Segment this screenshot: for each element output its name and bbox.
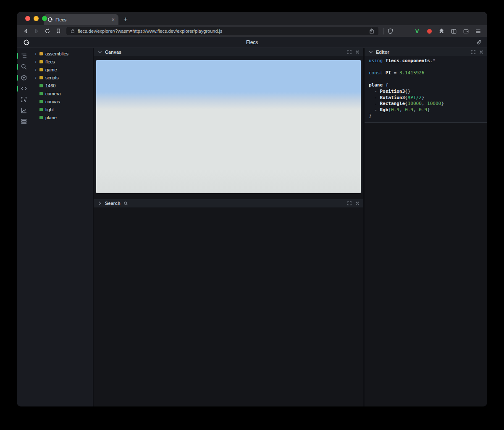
wallet-icon[interactable] <box>462 27 470 35</box>
toolbar-divider <box>383 28 384 34</box>
reload-icon[interactable] <box>43 26 52 36</box>
chevron-down-icon[interactable] <box>368 50 373 55</box>
extensions-puzzle-icon[interactable] <box>437 27 446 35</box>
tree-item-label: camera <box>45 91 61 96</box>
sidebar-toggle-icon[interactable] <box>449 27 458 35</box>
expand-arrow-icon[interactable]: › <box>35 75 39 80</box>
entities-icon[interactable] <box>17 72 31 83</box>
tree-item-plane[interactable]: plane <box>31 113 93 121</box>
tree-item-game[interactable]: ›game <box>31 66 93 73</box>
extensions-area: V <box>413 27 482 35</box>
code-line: const PI = 3.1415926 <box>369 70 483 76</box>
entity-color-square <box>39 52 43 55</box>
share-icon[interactable] <box>369 28 375 34</box>
canvas-3d-viewport[interactable] <box>96 60 361 193</box>
center-column: Canvas Search <box>94 48 363 406</box>
tree-item-label: plane <box>45 115 57 120</box>
tree-item-label: assemblies <box>45 51 68 56</box>
forward-icon[interactable] <box>32 26 41 36</box>
entity-color-square <box>39 100 43 103</box>
entity-tree: ›assemblies›flecs›game›scripts1460camera… <box>31 48 93 406</box>
expand-icon[interactable] <box>346 50 352 55</box>
tree-item-camera[interactable]: camera <box>31 89 93 97</box>
tree-item-assemblies[interactable]: ›assemblies <box>31 50 93 58</box>
queries-icon[interactable] <box>17 116 31 127</box>
tab-strip: Flecs × + <box>17 12 487 25</box>
browser-tab[interactable]: Flecs × <box>44 14 118 25</box>
expand-icon[interactable] <box>470 50 476 55</box>
close-icon[interactable] <box>354 201 360 206</box>
entity-tree-icon[interactable] <box>17 50 31 61</box>
url-bar[interactable]: flecs.dev/explorer/?wasm=https://www.fle… <box>66 27 378 35</box>
tree-item-label: canvas <box>45 99 60 104</box>
entity-color-square <box>39 76 43 79</box>
tree-item-label: 1460 <box>45 83 55 88</box>
chevron-right-icon[interactable] <box>97 201 102 206</box>
close-icon[interactable] <box>354 50 360 55</box>
code-line: } <box>369 113 483 119</box>
flecs-favicon-icon <box>47 17 53 22</box>
code-icon[interactable] <box>17 83 31 94</box>
code-line <box>369 64 483 71</box>
chevron-down-icon[interactable] <box>97 50 102 55</box>
editor-panel-title: Editor <box>376 50 389 55</box>
browser-window: Flecs × + flecs.dev/explorer/?wasm=https… <box>17 12 487 406</box>
code-line: - Rectangle{10000, 10000} <box>369 101 483 107</box>
tree-item-scripts[interactable]: ›scripts <box>31 73 93 81</box>
expand-icon[interactable] <box>346 201 352 206</box>
close-icon[interactable] <box>478 50 484 55</box>
search-icon[interactable] <box>17 61 31 72</box>
editor-code[interactable]: using flecs.components.*const PI = 3.141… <box>365 56 487 123</box>
tab-close-icon[interactable]: × <box>111 17 115 22</box>
link-icon[interactable] <box>476 39 482 45</box>
tree-item-label: scripts <box>45 75 59 80</box>
entity-color-square <box>39 92 43 95</box>
window-controls <box>25 16 47 21</box>
editor-panel-header: Editor <box>365 48 487 56</box>
inspect-icon[interactable] <box>17 94 31 105</box>
code-line <box>369 76 483 83</box>
expand-arrow-icon[interactable]: › <box>35 59 39 64</box>
tree-item-label: flecs <box>45 59 55 64</box>
new-tab-button[interactable]: + <box>120 14 131 25</box>
editor-empty-area <box>365 123 487 406</box>
expand-arrow-icon[interactable]: › <box>35 51 39 56</box>
search-panel-header: Search <box>94 199 363 207</box>
flecs-logo-icon[interactable] <box>23 39 30 46</box>
tree-item-label: light <box>45 107 54 112</box>
app-header: Flecs <box>17 37 487 48</box>
code-line: - Rotation3{$PI/2} <box>369 95 483 101</box>
explorer-content: ›assemblies›flecs›game›scripts1460camera… <box>17 48 487 406</box>
search-icon <box>123 201 129 206</box>
v-extension-icon[interactable]: V <box>413 27 421 35</box>
center-empty-area <box>94 207 363 406</box>
tree-item-flecs[interactable]: ›flecs <box>31 58 93 66</box>
page-title: Flecs <box>17 39 487 45</box>
code-line: plane { <box>369 82 483 89</box>
browser-toolbar: flecs.dev/explorer/?wasm=https://www.fle… <box>17 25 487 37</box>
menu-icon[interactable] <box>474 27 482 35</box>
entity-color-square <box>39 60 43 63</box>
code-line: - Rgb{0.9, 0.9, 0.9} <box>369 107 483 113</box>
left-iconbar <box>17 48 31 406</box>
brave-shield-icon[interactable] <box>387 28 394 34</box>
code-line: - Position3{} <box>369 89 483 95</box>
expand-arrow-icon[interactable]: › <box>35 67 39 72</box>
red-extension-icon[interactable] <box>425 27 433 35</box>
stats-icon[interactable] <box>17 105 31 116</box>
url-text: flecs.dev/explorer/?wasm=https://www.fle… <box>78 29 366 34</box>
tree-item-1460[interactable]: 1460 <box>31 81 93 89</box>
tree-item-light[interactable]: light <box>31 105 93 113</box>
back-icon[interactable] <box>21 26 30 36</box>
bookmark-icon[interactable] <box>54 26 63 36</box>
entity-color-square <box>39 116 43 119</box>
canvas-wrap <box>94 56 363 193</box>
close-window-button[interactable] <box>25 16 30 21</box>
tree-item-label: game <box>45 67 57 72</box>
tree-item-canvas[interactable]: canvas <box>31 97 93 105</box>
panel-gap <box>94 193 363 199</box>
editor-column: Editor using flecs.components.*const PI … <box>365 48 487 406</box>
canvas-panel-title: Canvas <box>105 50 121 55</box>
zoom-window-button[interactable] <box>42 16 47 21</box>
minimize-window-button[interactable] <box>34 16 39 21</box>
